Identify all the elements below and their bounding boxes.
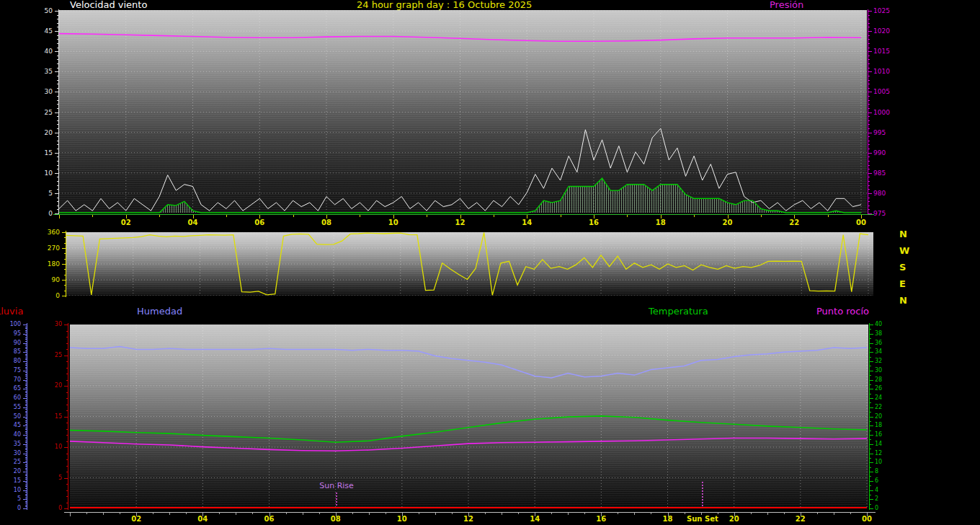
wind-speed-title: Velocidad viento bbox=[70, 0, 147, 10]
humidity-tick bbox=[25, 348, 27, 349]
humidity-tick bbox=[25, 384, 27, 384]
wind-direction-tick bbox=[64, 243, 66, 244]
humidity-tick bbox=[25, 350, 27, 351]
humidity-tick-label: 85 bbox=[0, 348, 21, 356]
wind-speed-axis-line bbox=[58, 9, 59, 215]
temperature-tick bbox=[870, 490, 873, 491]
humidity-tick bbox=[25, 492, 27, 493]
wind-direction-tick bbox=[64, 285, 66, 286]
wind-speed-tick bbox=[57, 88, 58, 89]
hour-tick-label: 20 bbox=[723, 219, 733, 226]
hour-tick bbox=[303, 513, 303, 515]
rain-tick bbox=[66, 496, 68, 497]
humidity-tick bbox=[23, 380, 27, 381]
wind-speed-tick bbox=[57, 104, 58, 105]
temperature-tick bbox=[870, 361, 873, 362]
wind-speed-tick bbox=[57, 39, 58, 40]
humidity-tick bbox=[25, 418, 27, 419]
temperature-tick bbox=[870, 508, 873, 509]
pressure-tick-label: 1015 bbox=[873, 48, 898, 55]
humidity-tick bbox=[23, 361, 27, 362]
pressure-tick bbox=[868, 59, 870, 60]
temperature-tick bbox=[870, 444, 873, 445]
humidity-tick-label: 65 bbox=[0, 385, 21, 392]
temperature-tick-label: 28 bbox=[875, 376, 899, 384]
humidity-tick bbox=[25, 501, 27, 502]
hour-tick-label: 12 bbox=[455, 219, 466, 226]
hour-tick-label: 10 bbox=[388, 219, 398, 226]
temperature-label: Temperatura bbox=[649, 306, 708, 317]
hour-tick bbox=[685, 513, 685, 514]
wind-speed-tick bbox=[55, 71, 58, 72]
humidity-tick bbox=[25, 469, 27, 470]
humidity-tick bbox=[25, 446, 27, 446]
temperature-tick bbox=[870, 371, 873, 371]
humidity-label: Humedad bbox=[137, 306, 182, 317]
pressure-tick bbox=[868, 177, 870, 177]
temperature-tick-label: 30 bbox=[875, 367, 899, 374]
humidity-tick bbox=[25, 437, 27, 438]
humidity-tick-label: 15 bbox=[0, 477, 21, 485]
wind-direction-tick bbox=[62, 296, 66, 296]
wind-speed-tick-label: 25 bbox=[28, 109, 53, 116]
pressure-tick bbox=[868, 76, 870, 76]
humidity-tick bbox=[25, 422, 27, 423]
rain-tick bbox=[66, 459, 68, 460]
rain-tick-label: 30 bbox=[37, 321, 62, 328]
temperature-tick bbox=[870, 384, 871, 385]
pressure-tick bbox=[868, 144, 870, 145]
humidity-tick bbox=[25, 461, 27, 462]
humidity-tick bbox=[23, 444, 27, 445]
wind-direction-tick bbox=[64, 269, 66, 270]
hour-tick bbox=[352, 513, 353, 514]
humidity-tick bbox=[25, 404, 27, 405]
rain-tick-label: 15 bbox=[37, 413, 62, 420]
rain-tick-label: 25 bbox=[37, 352, 62, 359]
humidity-tick bbox=[25, 495, 27, 496]
pressure-tick bbox=[868, 19, 870, 19]
humidity-tick bbox=[25, 506, 27, 507]
wind-speed-tick bbox=[57, 63, 58, 64]
humidity-tick bbox=[25, 387, 27, 388]
humidity-tick bbox=[25, 424, 27, 425]
graph-title: 24 hour graph day : 16 Octubre 2025 bbox=[357, 0, 532, 10]
hour-tick bbox=[561, 215, 561, 217]
temperature-tick bbox=[870, 495, 871, 495]
hour-tick bbox=[767, 513, 768, 515]
hour-tick bbox=[784, 513, 785, 514]
humidity-tick bbox=[23, 425, 27, 426]
temperature-tick bbox=[870, 435, 873, 436]
wind-speed-tick-label: 5 bbox=[28, 190, 53, 197]
humidity-tick bbox=[25, 381, 27, 382]
hour-tick bbox=[627, 215, 628, 217]
humidity-tick bbox=[25, 335, 27, 336]
temperature-tick bbox=[870, 398, 873, 399]
humidity-tick bbox=[25, 412, 27, 413]
wind-direction-tick-label: 360 bbox=[35, 229, 60, 236]
wind-speed-tick bbox=[57, 48, 58, 48]
pressure-tick bbox=[868, 48, 870, 48]
hour-tick bbox=[618, 513, 618, 514]
wind-speed-tick bbox=[57, 149, 58, 149]
humidity-tick bbox=[25, 475, 27, 476]
temperature-tick-label: 12 bbox=[875, 450, 899, 457]
temperature-tick-label: 6 bbox=[875, 477, 899, 485]
wind-speed-tick bbox=[55, 92, 58, 92]
pressure-tick bbox=[868, 71, 872, 72]
pressure-tick bbox=[868, 31, 872, 32]
temperature-tick-label: 20 bbox=[875, 413, 899, 420]
hour-tick-label: 00 bbox=[862, 515, 872, 523]
rain-tick bbox=[66, 331, 68, 332]
temperature-tick bbox=[870, 472, 873, 472]
pressure-tick bbox=[868, 124, 870, 125]
humidity-tick bbox=[25, 420, 27, 421]
hour-tick-label: 02 bbox=[121, 219, 131, 226]
wind-speed-tick bbox=[55, 51, 58, 52]
temperature-tick bbox=[870, 348, 871, 348]
pressure-tick bbox=[868, 153, 872, 154]
humidity-tick bbox=[23, 334, 27, 335]
rain-tick-label: 0 bbox=[37, 505, 62, 512]
pressure-tick bbox=[868, 198, 870, 198]
humidity-tick-label: 95 bbox=[0, 330, 21, 338]
humidity-tick-label: 40 bbox=[0, 431, 21, 438]
